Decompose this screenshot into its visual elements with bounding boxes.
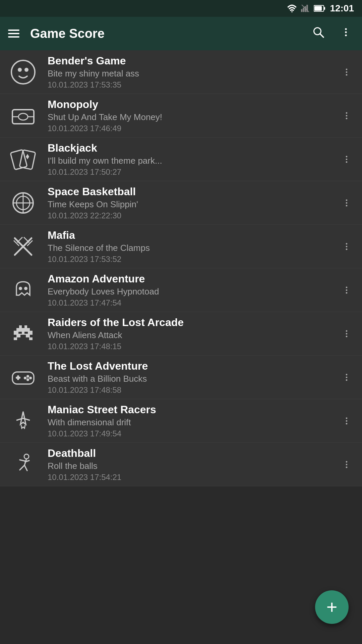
- game-name: Maniac Street Racers: [48, 404, 330, 416]
- list-item[interactable]: Monopoly Shut Up And Take My Money! 10.0…: [0, 94, 362, 138]
- item-more-button[interactable]: [339, 152, 354, 167]
- item-more-button[interactable]: [339, 283, 354, 298]
- game-info: Bender's Game Bite my shiny metal ass 10…: [48, 55, 330, 90]
- toolbar-title: Game Score: [30, 26, 299, 41]
- svg-rect-27: [10, 149, 27, 169]
- search-button[interactable]: [310, 23, 327, 44]
- status-time: 12:01: [330, 3, 354, 14]
- svg-rect-56: [16, 328, 30, 331]
- list-item[interactable]: Bender's Game Bite my shiny metal ass 10…: [0, 50, 362, 94]
- game-icon-space-basketball: [8, 188, 38, 218]
- svg-marker-29: [26, 154, 29, 159]
- game-info: Amazon Adventure Everybody Loves Hypnoto…: [48, 273, 330, 308]
- list-item[interactable]: Amazon Adventure Everybody Loves Hypnoto…: [0, 268, 362, 312]
- game-subtitle: Shut Up And Take My Money!: [48, 112, 330, 122]
- svg-point-26: [346, 117, 348, 119]
- svg-rect-2: [303, 8, 304, 12]
- status-bar: 12:01: [0, 0, 362, 17]
- item-more-button[interactable]: [339, 65, 354, 79]
- game-timestamp: 10.01.2023 17:49:54: [48, 429, 330, 438]
- svg-point-11: [345, 28, 347, 30]
- list-item[interactable]: Blackjack I'll build my own theme park..…: [0, 138, 362, 181]
- game-name: Blackjack: [48, 142, 330, 154]
- svg-rect-55: [24, 325, 27, 328]
- svg-rect-28: [19, 150, 36, 169]
- svg-rect-59: [26, 335, 30, 337]
- svg-rect-8: [314, 6, 322, 11]
- status-icons: 12:01: [287, 3, 354, 14]
- svg-rect-1: [301, 9, 302, 12]
- svg-point-52: [346, 289, 348, 291]
- game-timestamp: 10.01.2023 17:50:27: [48, 167, 330, 177]
- svg-rect-61: [29, 337, 33, 340]
- svg-rect-54: [19, 325, 22, 328]
- list-item[interactable]: Space Basketball Time Keeps On Slippin' …: [0, 181, 362, 225]
- game-name: The Lost Adventure: [48, 360, 330, 372]
- svg-line-10: [320, 34, 324, 37]
- game-subtitle: Roll the balls: [48, 461, 330, 471]
- svg-point-72: [26, 378, 29, 381]
- game-timestamp: 10.01.2023 22:22:30: [48, 211, 330, 220]
- svg-point-49: [19, 287, 22, 290]
- game-subtitle: With dimensional drift: [48, 417, 330, 428]
- svg-point-78: [346, 420, 348, 422]
- list-item[interactable]: Raiders of the Lost Arcade When Aliens A…: [0, 312, 362, 356]
- svg-point-0: [292, 11, 293, 12]
- game-info: The Lost Adventure Beast with a Billion …: [48, 360, 330, 395]
- list-item[interactable]: Mafia The Silence of the Clamps 10.01.20…: [0, 225, 362, 268]
- svg-point-88: [346, 466, 348, 468]
- svg-point-16: [24, 68, 28, 72]
- svg-point-51: [346, 286, 348, 288]
- svg-point-48: [346, 248, 348, 250]
- svg-point-18: [346, 71, 348, 73]
- game-timestamp: 10.01.2023 17:48:15: [48, 342, 330, 351]
- svg-point-30: [346, 156, 348, 157]
- item-more-button[interactable]: [339, 414, 354, 428]
- svg-rect-63: [24, 332, 28, 334]
- item-more-button[interactable]: [339, 457, 354, 472]
- game-info: Space Basketball Time Keeps On Slippin' …: [48, 185, 330, 220]
- game-icon-raiders: [8, 319, 38, 349]
- svg-point-46: [346, 243, 348, 245]
- svg-point-12: [345, 31, 347, 33]
- game-timestamp: 10.01.2023 17:46:49: [48, 124, 330, 133]
- game-name: Deathball: [48, 447, 330, 460]
- game-timestamp: 10.01.2023 17:53:35: [48, 80, 330, 90]
- menu-button[interactable]: [8, 30, 19, 38]
- game-info: Monopoly Shut Up And Take My Money! 10.0…: [48, 98, 330, 133]
- svg-point-53: [346, 292, 348, 293]
- svg-rect-69: [17, 375, 19, 380]
- item-more-button[interactable]: [339, 326, 354, 341]
- overflow-menu-button[interactable]: [338, 24, 354, 43]
- item-more-button[interactable]: [339, 370, 354, 385]
- game-icon-deathball: [8, 449, 38, 480]
- game-timestamp: 10.01.2023 17:47:54: [48, 298, 330, 308]
- game-info: Blackjack I'll build my own theme park..…: [48, 142, 330, 177]
- svg-point-71: [29, 377, 32, 379]
- svg-point-14: [11, 60, 35, 84]
- game-subtitle: Everybody Loves Hypnotoad: [48, 286, 330, 297]
- list-item[interactable]: Deathball Roll the balls 10.01.2023 17:5…: [0, 443, 362, 486]
- svg-line-44: [24, 237, 29, 243]
- game-subtitle: Time Keeps On Slippin': [48, 199, 330, 210]
- svg-line-42: [17, 237, 22, 243]
- game-name: Amazon Adventure: [48, 273, 330, 285]
- game-info: Raiders of the Lost Arcade When Aliens A…: [48, 316, 330, 351]
- svg-line-84: [20, 465, 24, 470]
- svg-point-75: [346, 376, 348, 378]
- svg-point-19: [346, 74, 348, 75]
- game-icon-lost-adventure: [8, 362, 38, 392]
- svg-point-74: [346, 374, 348, 375]
- svg-point-80: [24, 454, 29, 459]
- item-more-button[interactable]: [339, 239, 354, 254]
- svg-rect-58: [16, 335, 20, 337]
- list-item[interactable]: Maniac Street Racers With dimensional dr…: [0, 399, 362, 443]
- svg-point-77: [346, 417, 348, 419]
- add-game-button[interactable]: +: [315, 590, 349, 624]
- item-more-button[interactable]: [339, 196, 354, 210]
- item-more-button[interactable]: [339, 108, 354, 123]
- list-item[interactable]: The Lost Adventure Beast with a Billion …: [0, 356, 362, 399]
- svg-point-47: [346, 246, 348, 247]
- svg-point-65: [346, 333, 348, 334]
- svg-line-85: [24, 465, 27, 471]
